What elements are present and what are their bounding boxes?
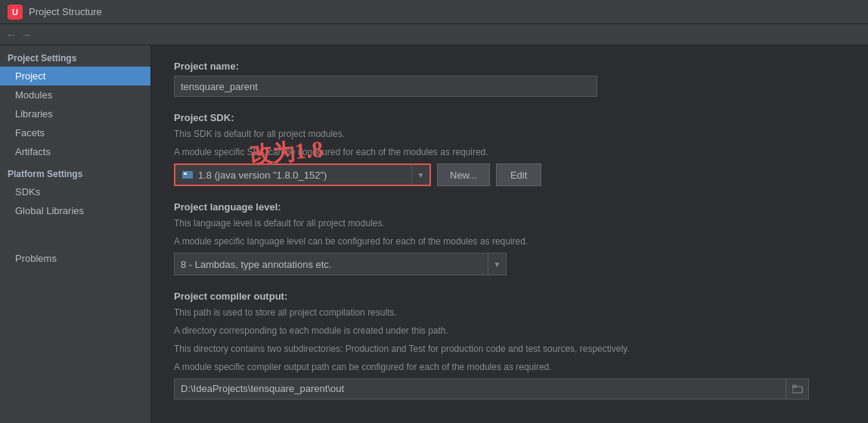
title-bar: U Project Structure — [0, 0, 868, 24]
sidebar: Project Settings Project Modules Librari… — [0, 45, 151, 423]
window-title: Project Structure — [29, 6, 102, 17]
project-sdk-label: Project SDK: — [174, 112, 845, 123]
project-sdk-group: Project SDK: This SDK is default for all… — [174, 112, 845, 186]
compiler-output-desc2: A directory corresponding to each module… — [174, 324, 845, 337]
compiler-output-desc3: This directory contains two subdirectori… — [174, 342, 845, 356]
sidebar-item-problems[interactable]: Problems — [8, 249, 143, 268]
project-language-level-desc1: This language level is default for all p… — [174, 216, 845, 230]
sdk-dropdown-arrow-icon: ▼ — [411, 165, 429, 185]
project-language-level-label: Project language level: — [174, 201, 845, 213]
sidebar-item-facets[interactable]: Facets — [0, 123, 150, 142]
project-name-group: Project name: — [174, 61, 845, 97]
compiler-output-row: D:\IdeaProjects\tensquare_parent\out — [174, 378, 809, 400]
main-layout: Project Settings Project Modules Librari… — [0, 45, 868, 423]
back-arrow[interactable]: ← — [6, 29, 17, 41]
project-settings-label: Project Settings — [0, 45, 150, 67]
app-logo: U — [8, 5, 23, 20]
sidebar-item-libraries[interactable]: Libraries — [0, 104, 150, 123]
platform-settings-label: Platform Settings — [0, 161, 150, 182]
project-language-level-group: Project language level: This language le… — [174, 201, 845, 275]
sdk-icon — [180, 168, 195, 182]
nav-bar: ← → — [0, 24, 868, 45]
compiler-output-browse-button[interactable] — [786, 379, 808, 399]
compiler-output-desc4: A module specific compiler output path c… — [174, 360, 845, 374]
sdk-select[interactable]: 1.8 (java version "1.8.0_152") — [195, 170, 411, 181]
sidebar-item-artifacts[interactable]: Artifacts — [0, 142, 150, 161]
project-name-input[interactable] — [174, 76, 597, 97]
sdk-edit-button[interactable]: Edit — [496, 163, 541, 186]
project-language-level-desc2: A module specific language level can be … — [174, 235, 845, 248]
sidebar-item-sdks[interactable]: SDKs — [0, 182, 150, 201]
sidebar-item-modules[interactable]: Modules — [0, 86, 150, 104]
sdk-new-button[interactable]: New... — [437, 163, 490, 186]
forward-arrow[interactable]: → — [21, 29, 32, 41]
sidebar-item-global-libraries[interactable]: Global Libraries — [0, 201, 150, 220]
project-compiler-output-group: Project compiler output: This path is us… — [174, 291, 845, 400]
project-sdk-desc2: A module specific SDK can be configured … — [174, 145, 845, 159]
language-level-select[interactable]: 8 - Lambdas, type annotations etc. — [175, 259, 488, 270]
sidebar-item-project[interactable]: Project — [0, 67, 150, 86]
language-level-dropdown-wrapper[interactable]: 8 - Lambdas, type annotations etc. ▼ — [174, 253, 507, 275]
project-name-label: Project name: — [174, 61, 845, 72]
compiler-output-value: D:\IdeaProjects\tensquare_parent\out — [175, 378, 786, 400]
sdk-row: 1.8 (java version "1.8.0_152") ▼ New... … — [174, 163, 845, 186]
sdk-dropdown-wrapper[interactable]: 1.8 (java version "1.8.0_152") ▼ — [174, 163, 431, 186]
svg-rect-0 — [182, 171, 193, 179]
compiler-output-desc1: This path is used to store all project c… — [174, 306, 845, 319]
language-level-dropdown-arrow-icon: ▼ — [488, 253, 506, 275]
content-area: Project name: Project SDK: This SDK is d… — [151, 45, 868, 423]
project-compiler-output-label: Project compiler output: — [174, 291, 845, 302]
svg-rect-1 — [184, 173, 187, 175]
project-sdk-desc1: This SDK is default for all project modu… — [174, 127, 845, 141]
